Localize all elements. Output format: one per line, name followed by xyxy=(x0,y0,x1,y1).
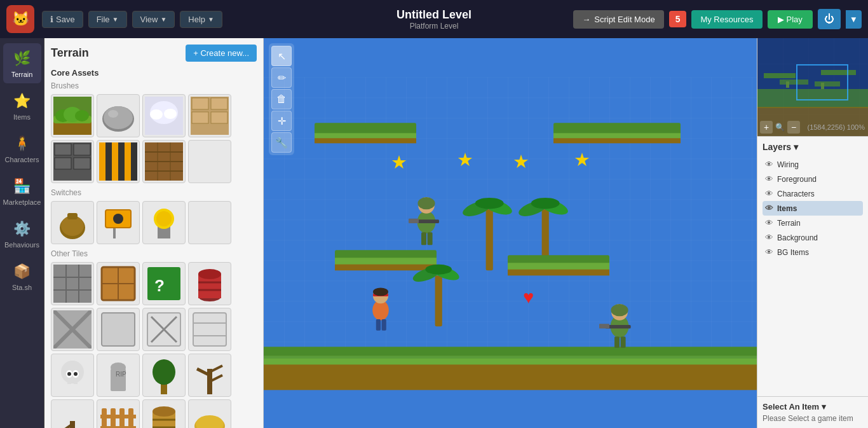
tile-switch-bag[interactable] xyxy=(51,201,94,244)
tile-grey-box[interactable] xyxy=(97,308,140,351)
svg-rect-62 xyxy=(102,313,135,346)
tile-dark-rock[interactable] xyxy=(51,140,94,183)
eye-icon-characters[interactable]: 👁 xyxy=(765,189,773,198)
svg-point-166 xyxy=(611,304,628,316)
file-arrow: ▼ xyxy=(112,16,119,23)
draw-tool[interactable]: ✏ xyxy=(271,67,292,88)
tile-grass[interactable] xyxy=(51,94,94,137)
svg-rect-35 xyxy=(67,213,78,219)
svg-rect-132 xyxy=(409,219,419,223)
layer-foreground[interactable]: 👁 Foreground xyxy=(763,172,863,186)
select-item-description: Please Select a game item xyxy=(763,414,863,423)
eye-icon-items[interactable]: 👁 xyxy=(765,204,773,213)
erase-tool[interactable]: 🗑 xyxy=(271,89,292,109)
move-tool[interactable]: ✛ xyxy=(271,111,292,131)
tile-barrel[interactable] xyxy=(188,262,231,305)
layer-wiring[interactable]: 👁 Wiring xyxy=(763,157,863,172)
power-button[interactable]: ⏻ xyxy=(818,9,841,29)
save-button[interactable]: ℹ Save xyxy=(42,11,83,28)
logo: 🐱 xyxy=(6,5,34,33)
layers-header[interactable]: Layers ▾ xyxy=(763,142,863,152)
select-item-header[interactable]: Select An Item ▾ xyxy=(763,402,863,411)
tile-stone[interactable] xyxy=(188,94,231,137)
create-new-button[interactable]: + Create new... xyxy=(186,45,257,62)
svg-text:♥: ♥ xyxy=(523,287,534,307)
tile-branches[interactable] xyxy=(51,399,94,428)
tile-gravestone[interactable]: RIP xyxy=(97,354,140,397)
tile-switch-sign[interactable] xyxy=(97,201,140,244)
svg-point-8 xyxy=(108,110,118,118)
tile-haystack[interactable] xyxy=(188,399,231,428)
power-dropdown[interactable]: ▼ xyxy=(846,10,862,29)
svg-rect-148 xyxy=(508,270,609,276)
my-resources-button[interactable]: My Resources xyxy=(691,10,762,29)
help-menu[interactable]: Help ▼ xyxy=(180,11,222,28)
svg-point-12 xyxy=(164,109,177,119)
canvas-area[interactable]: ↖ ✏ 🗑 ✛ 🔧 xyxy=(264,38,757,428)
characters-icon: 🧍 xyxy=(12,134,32,154)
sidebar-item-items[interactable]: ⭐ Items xyxy=(3,86,41,126)
core-assets-label: Core Assets xyxy=(51,68,257,78)
svg-rect-22 xyxy=(74,158,90,169)
play-button[interactable]: ▶ Play xyxy=(768,10,813,29)
layer-items[interactable]: 👁 Items xyxy=(763,201,863,216)
sidebar-item-characters[interactable]: 🧍 Characters xyxy=(3,128,41,169)
eye-icon-background[interactable]: 👁 xyxy=(765,233,773,242)
tile-skull[interactable] xyxy=(51,354,94,397)
select-tool[interactable]: ↖ xyxy=(271,46,292,66)
tile-x-box[interactable] xyxy=(142,308,186,351)
svg-text:★: ★ xyxy=(391,152,407,172)
settings-tool[interactable]: 🔧 xyxy=(271,132,292,153)
game-canvas[interactable]: ★ ★ ★ ★ xyxy=(264,38,757,428)
svg-point-69 xyxy=(61,361,84,383)
tile-empty1[interactable] xyxy=(188,140,231,183)
svg-rect-90 xyxy=(102,408,107,428)
eye-icon-wiring[interactable]: 👁 xyxy=(765,160,773,169)
svg-rect-25 xyxy=(112,142,118,181)
tile-barrel2[interactable] xyxy=(142,399,186,428)
notification-badge: 5 xyxy=(669,11,687,27)
tile-barrier[interactable] xyxy=(188,308,231,351)
brushes-grid xyxy=(51,94,257,183)
script-edit-button[interactable]: → Script Edit Mode xyxy=(573,10,663,29)
tile-warning[interactable] xyxy=(97,140,140,183)
tile-snow[interactable] xyxy=(142,94,186,137)
play-icon: ▶ xyxy=(778,15,784,24)
file-menu[interactable]: File ▼ xyxy=(88,11,127,28)
tile-chain[interactable] xyxy=(51,308,94,351)
tile-tree-trunk[interactable] xyxy=(142,354,186,397)
zoom-plus-button[interactable]: + xyxy=(760,121,773,134)
zoom-controls: + 🔍 − xyxy=(760,121,800,134)
layer-background[interactable]: 👁 Background xyxy=(763,230,863,245)
layer-bg-items[interactable]: 👁 BG Items xyxy=(763,245,863,259)
view-menu[interactable]: View ▼ xyxy=(132,11,175,28)
tile-dead-tree[interactable] xyxy=(188,354,231,397)
tile-crate[interactable] xyxy=(97,262,140,305)
eye-icon-bg-items[interactable]: 👁 xyxy=(765,247,773,257)
svg-text:★: ★ xyxy=(513,151,529,172)
switches-grid xyxy=(51,201,257,244)
tile-empty2[interactable] xyxy=(188,201,231,244)
svg-point-72 xyxy=(67,372,71,376)
minimap-coords: (1584,2256) 100% xyxy=(807,123,865,131)
tile-switch-yellow[interactable] xyxy=(142,201,186,244)
eye-icon-terrain[interactable]: 👁 xyxy=(765,218,773,228)
layer-characters[interactable]: 👁 Characters xyxy=(763,186,863,201)
zoom-minus-button[interactable]: − xyxy=(787,121,800,134)
select-item-section: Select An Item ▾ Please Select a game it… xyxy=(757,396,868,428)
layer-terrain[interactable]: 👁 Terrain xyxy=(763,216,863,230)
eye-icon-foreground[interactable]: 👁 xyxy=(765,174,773,184)
tile-rock[interactable] xyxy=(97,94,140,137)
tile-green-box[interactable]: ? xyxy=(142,262,186,305)
stash-icon: 📦 xyxy=(12,261,32,282)
sidebar-item-terrain[interactable]: 🌿 Terrain xyxy=(3,43,41,83)
svg-rect-177 xyxy=(780,79,808,85)
svg-rect-26 xyxy=(125,142,131,181)
sidebar-item-behaviours[interactable]: ⚙️ Behaviours xyxy=(3,214,41,254)
sidebar-item-stash[interactable]: 📦 Sta.sh xyxy=(3,256,41,296)
tile-metal[interactable] xyxy=(51,262,94,305)
sidebar-item-marketplace[interactable]: 🏪 Marketplace xyxy=(3,171,41,211)
right-toolbar: → Script Edit Mode 5 My Resources ▶ Play… xyxy=(573,9,862,29)
tile-fence[interactable] xyxy=(97,399,140,428)
tile-wood[interactable] xyxy=(142,140,186,183)
